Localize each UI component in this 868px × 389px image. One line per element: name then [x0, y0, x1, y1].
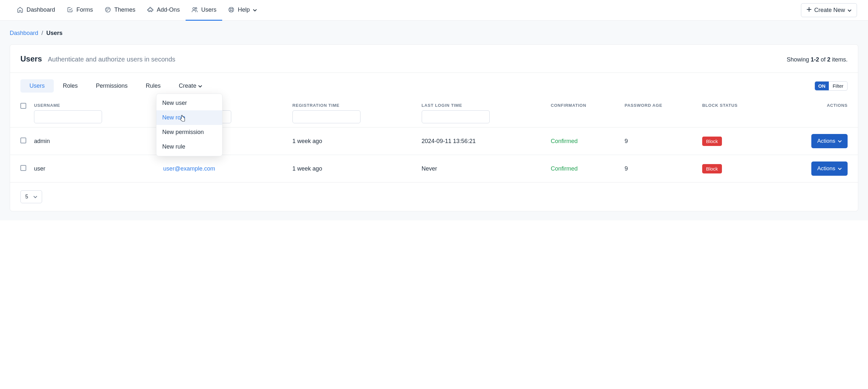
tab-label: Permissions — [96, 83, 128, 89]
col-username: USERNAME — [34, 103, 155, 108]
count-mid: of — [819, 56, 827, 63]
nav-label: Add-Ons — [157, 6, 180, 13]
count-range: 1-2 — [811, 56, 819, 63]
svg-line-10 — [229, 11, 230, 12]
nav-label: Dashboard — [27, 6, 55, 13]
filter-lastlogin-input[interactable] — [422, 110, 490, 123]
filter-toggle[interactable]: ON Filter — [814, 81, 847, 91]
svg-line-8 — [229, 8, 230, 9]
menu-label: New role — [162, 114, 185, 121]
nav-label: Help — [238, 6, 250, 13]
block-button[interactable]: Block — [702, 136, 722, 146]
tab-label: Create — [179, 83, 196, 89]
tab-permissions[interactable]: Permissions — [87, 79, 137, 93]
col-last-login: LAST LOGIN TIME — [422, 103, 543, 108]
block-label: Block — [706, 166, 718, 171]
nav-item-dashboard[interactable]: Dashboard — [11, 0, 61, 21]
actions-label: Actions — [817, 165, 835, 172]
cell-username: admin — [30, 128, 159, 155]
chevron-down-icon — [253, 6, 257, 13]
chevron-down-icon — [838, 165, 842, 172]
menu-label: New user — [162, 100, 187, 106]
cell-last-login: 2024-09-11 13:56:21 — [418, 128, 547, 155]
table-row: admin admin@example.com 1 week ago 2024-… — [10, 128, 858, 155]
menu-new-role[interactable]: New role — [156, 110, 222, 125]
users-panel: Users Authenticate and authorize users i… — [10, 44, 858, 211]
nav-label: Users — [201, 6, 216, 13]
actions-button[interactable]: Actions — [811, 134, 847, 148]
menu-new-rule[interactable]: New rule — [156, 139, 222, 154]
col-registration: REGISTRATION TIME — [292, 103, 414, 108]
nav-label: Themes — [114, 6, 135, 13]
count-suffix: items. — [831, 56, 847, 63]
home-icon — [17, 6, 23, 13]
count-total: 2 — [827, 56, 831, 63]
puzzle-icon — [147, 6, 154, 13]
chevron-down-icon — [847, 7, 851, 13]
actions-button[interactable]: Actions — [811, 161, 847, 176]
create-new-label: Create New — [814, 7, 845, 13]
main-area: Dashboard / Users Users Authenticate and… — [0, 21, 868, 220]
page-subtitle: Authenticate and authorize users in seco… — [48, 56, 176, 63]
count-prefix: Showing — [787, 56, 811, 63]
tab-rules[interactable]: Rules — [137, 79, 170, 93]
menu-new-user[interactable]: New user — [156, 96, 222, 110]
nav-item-forms[interactable]: Forms — [61, 0, 99, 21]
page-size-select[interactable]: 5 — [21, 190, 42, 203]
filter-text-label: Filter — [829, 82, 847, 90]
panel-header: Users Authenticate and authorize users i… — [10, 45, 858, 73]
top-nav: Dashboard Forms Themes Add-Ons Users — [0, 0, 868, 21]
tab-create[interactable]: Create New user New role New permission … — [170, 79, 211, 93]
svg-point-3 — [107, 10, 107, 11]
row-checkbox[interactable] — [21, 165, 26, 171]
cell-email-link[interactable]: user@example.com — [163, 165, 215, 172]
block-label: Block — [706, 138, 718, 144]
item-count: Showing 1-2 of 2 items. — [787, 56, 847, 63]
tab-toolbar: Users Roles Permissions Rules Create New… — [10, 73, 858, 99]
users-icon — [191, 6, 198, 13]
filter-registration-input[interactable] — [292, 110, 361, 123]
nav-item-users[interactable]: Users — [186, 0, 222, 21]
create-new-button[interactable]: Create New — [801, 3, 857, 17]
svg-point-2 — [108, 9, 109, 9]
svg-point-4 — [193, 7, 195, 10]
cell-password-age: 9 — [621, 155, 698, 183]
nav-item-themes[interactable]: Themes — [99, 0, 141, 21]
chevron-down-icon — [838, 138, 842, 144]
breadcrumb-root[interactable]: Dashboard — [10, 30, 38, 37]
tab-roles[interactable]: Roles — [54, 79, 87, 93]
col-actions: ACTIONS — [776, 103, 847, 108]
cell-username: user — [30, 155, 159, 183]
cell-confirmation: Confirmed — [547, 128, 621, 155]
tab-users[interactable]: Users — [21, 79, 54, 93]
cell-password-age: 9 — [621, 128, 698, 155]
svg-point-0 — [105, 7, 111, 12]
col-block-status: BLOCK STATUS — [702, 103, 768, 108]
tab-label: Users — [29, 83, 45, 89]
breadcrumb-separator: / — [41, 30, 43, 37]
cell-confirmation: Confirmed — [547, 155, 621, 183]
select-all-checkbox[interactable] — [21, 103, 26, 109]
nav-item-addons[interactable]: Add-Ons — [141, 0, 186, 21]
chevron-down-icon — [198, 83, 202, 89]
filter-username-input[interactable] — [34, 110, 102, 123]
col-password-age: PASSWORD AGE — [624, 103, 694, 108]
tab-label: Roles — [63, 83, 78, 89]
palette-icon — [104, 6, 111, 13]
breadcrumb-current: Users — [46, 30, 63, 37]
col-confirmation: CONFIRMATION — [551, 103, 617, 108]
cell-registration: 1 week ago — [288, 128, 418, 155]
tab-label: Rules — [146, 83, 161, 89]
pager: 5 — [10, 182, 858, 211]
cell-last-login: Never — [418, 155, 547, 183]
chevron-down-icon — [33, 194, 37, 200]
row-checkbox[interactable] — [21, 137, 26, 143]
create-dropdown: New user New role New permission New rul… — [156, 94, 222, 156]
svg-point-5 — [195, 7, 197, 9]
nav-items: Dashboard Forms Themes Add-Ons Users — [11, 0, 801, 21]
menu-new-permission[interactable]: New permission — [156, 125, 222, 139]
check-square-icon — [67, 6, 73, 13]
cell-registration: 1 week ago — [288, 155, 418, 183]
nav-item-help[interactable]: Help — [222, 0, 263, 21]
block-button[interactable]: Block — [702, 164, 722, 173]
